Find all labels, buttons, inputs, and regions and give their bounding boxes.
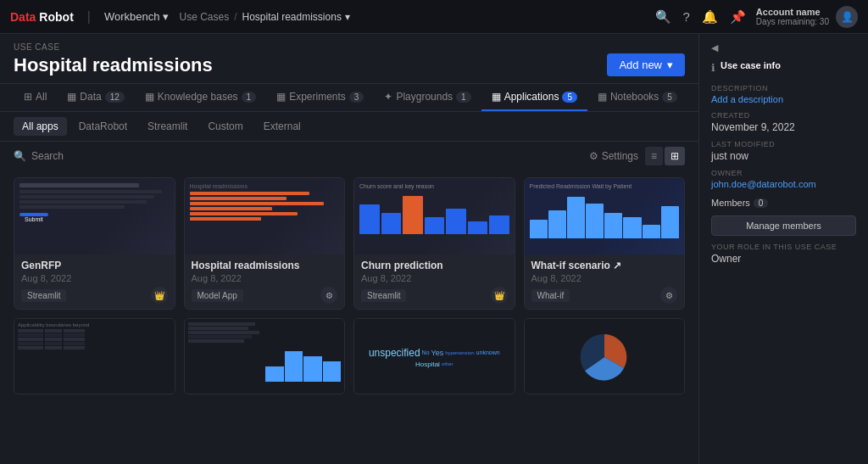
app-tag-churn: Streamlit (361, 289, 406, 302)
tab-applications[interactable]: ▦ Applications 5 (481, 84, 587, 111)
tab-experiments-icon: ▦ (276, 91, 286, 103)
tab-playgrounds[interactable]: ✦ Playgrounds 1 (374, 84, 481, 111)
account-info[interactable]: Account name Days remaining: 30 👤 (756, 6, 858, 28)
main-layout: USE CASE Hospital readmissions Add new ▾… (0, 34, 868, 464)
tab-experiments[interactable]: ▦ Experiments 3 (266, 84, 374, 111)
add-new-button[interactable]: Add new ▾ (607, 53, 685, 76)
app-thumb-row2a: Applicability boundaries beyond (14, 319, 175, 394)
desc-label: DESCRIPTION (711, 84, 856, 92)
search-label: Search (31, 150, 64, 162)
add-new-label: Add new (619, 59, 662, 71)
breadcrumb-use-cases[interactable]: Use Cases (179, 11, 229, 23)
page-header: USE CASE Hospital readmissions Add new ▾ (0, 34, 698, 84)
account-name: Account name (756, 7, 829, 17)
tab-knowledge[interactable]: ▦ Knowledge bases 1 (135, 84, 266, 111)
app-info-churn: Churn prediction Aug 8, 2022 Streamlit 👑 (354, 254, 515, 309)
app-card-row2d[interactable] (524, 318, 686, 394)
app-thumb-hospital: Hospital readmissions (185, 178, 345, 254)
subtab-streamlit[interactable]: Streamlit (139, 117, 196, 136)
app-icon-hospital: ⚙ (320, 287, 337, 304)
tab-notebooks-badge: 5 (662, 92, 677, 103)
breadcrumb-sep: / (234, 11, 236, 23)
pie-chart-svg (575, 330, 634, 385)
nav-icons: 🔍 ? 🔔 📌 (655, 9, 746, 25)
days-remaining: Days remaining: 30 (756, 17, 829, 26)
created-value: November 9, 2022 (711, 121, 856, 133)
tab-knowledge-icon: ▦ (145, 91, 154, 103)
breadcrumb-current[interactable]: Hospital readmissions ▾ (242, 11, 350, 23)
app-card-churn[interactable]: Churn score and key reason Churn pr (353, 177, 515, 310)
app-name-whatif: What-if scenario ↗ (531, 260, 678, 271)
members-count: 0 (754, 198, 769, 208)
search-box[interactable]: 🔍 Search (14, 150, 64, 162)
tab-notebooks-label: Notebooks (610, 91, 659, 103)
settings-button[interactable]: ⚙ Settings (589, 150, 638, 162)
members-row: Members 0 (711, 196, 856, 209)
tab-data-badge: 12 (105, 92, 125, 103)
tab-notebooks[interactable]: ▦ Notebooks 5 (587, 84, 687, 111)
subtab-external[interactable]: External (255, 117, 309, 136)
panel-toggle-icon: ◀ (711, 42, 718, 53)
settings-label: Settings (602, 150, 638, 162)
panel-toggle[interactable]: ◀ (711, 42, 856, 53)
toolbar-right: ⚙ Settings ≡ ⊞ (589, 147, 685, 165)
app-footer-hospital: Model App ⚙ (192, 287, 338, 304)
app-card-row2c[interactable]: unspecified No Yes hypertension unknown … (353, 318, 515, 394)
workbench-menu[interactable]: Workbench ▾ (104, 10, 170, 23)
tab-experiments-label: Experiments (289, 91, 346, 103)
top-navigation: DataRobot | Workbench ▾ Use Cases / Hosp… (0, 0, 868, 34)
desc-value[interactable]: Add a description (711, 94, 856, 104)
tab-applications-icon: ▦ (492, 91, 501, 103)
app-name-churn: Churn prediction (361, 260, 508, 271)
list-view-button[interactable]: ≡ (645, 147, 663, 165)
pin-icon[interactable]: 📌 (730, 9, 746, 25)
tab-data-label: Data (80, 91, 101, 103)
manage-members-button[interactable]: Manage members (711, 215, 856, 236)
page-title: Hospital readmissions (14, 54, 213, 76)
app-tag-genrfp: Streamlit (21, 289, 66, 302)
modified-value: just now (711, 150, 856, 162)
tabs-row: ⊞ All ▦ Data 12 ▦ Knowledge bases 1 ▦ Ex… (0, 84, 698, 112)
app-card-row2b[interactable] (184, 318, 346, 394)
search-icon[interactable]: 🔍 (655, 9, 671, 25)
role-value: Owner (711, 253, 856, 265)
app-date-genrfp: Aug 8, 2022 (21, 273, 168, 283)
content-area: USE CASE Hospital readmissions Add new ▾… (0, 34, 698, 464)
app-card-whatif[interactable]: Predicted Readmission Wait by Patient (524, 177, 686, 310)
tab-notebooks-icon: ▦ (598, 91, 607, 103)
view-toggle: ≡ ⊞ (645, 147, 685, 165)
avatar[interactable]: 👤 (836, 6, 858, 28)
app-card-hospital[interactable]: Hospital readmissions Hospital readmissi… (184, 177, 346, 310)
help-icon[interactable]: ? (683, 9, 690, 24)
tab-data[interactable]: ▦ Data 12 (57, 84, 134, 111)
subtab-custom[interactable]: Custom (199, 117, 251, 136)
apps-grid: Submit GenRFP Aug 8, 2022 Streamlit 👑 (14, 177, 685, 394)
tab-applications-badge: 5 (562, 92, 577, 103)
tab-all[interactable]: ⊞ All (14, 84, 57, 111)
app-date-churn: Aug 8, 2022 (361, 273, 508, 283)
app-card-genrfp[interactable]: Submit GenRFP Aug 8, 2022 Streamlit 👑 (14, 177, 175, 310)
subtab-datarobot[interactable]: DataRobot (70, 117, 136, 136)
logo-robot: Robot (39, 10, 73, 24)
workbench-chevron: ▾ (163, 10, 169, 23)
members-label: Members (711, 198, 750, 208)
notifications-icon[interactable]: 🔔 (702, 9, 718, 25)
app-footer-genrfp: Streamlit 👑 (21, 287, 168, 304)
grid-view-button[interactable]: ⊞ (665, 147, 685, 165)
app-tag-hospital: Model App (192, 289, 243, 302)
app-thumb-row2b (185, 319, 345, 394)
app-thumb-row2c: unspecified No Yes hypertension unknown … (354, 319, 515, 394)
tab-all-label: All (36, 91, 47, 103)
page-title-row: Hospital readmissions Add new ▾ (14, 53, 685, 76)
owner-label: OWNER (711, 169, 856, 177)
breadcrumb: Use Cases / Hospital readmissions ▾ (179, 11, 644, 23)
add-new-chevron: ▾ (667, 59, 673, 71)
workbench-label: Workbench (104, 10, 160, 23)
tab-experiments-badge: 3 (349, 92, 364, 103)
subtab-all-apps[interactable]: All apps (14, 117, 67, 136)
app-thumb-churn: Churn score and key reason (354, 178, 515, 254)
settings-icon: ⚙ (589, 150, 598, 162)
app-thumb-whatif: Predicted Readmission Wait by Patient (525, 178, 685, 254)
app-card-row2a[interactable]: Applicability boundaries beyond (14, 318, 175, 394)
logo[interactable]: DataRobot (10, 10, 74, 24)
